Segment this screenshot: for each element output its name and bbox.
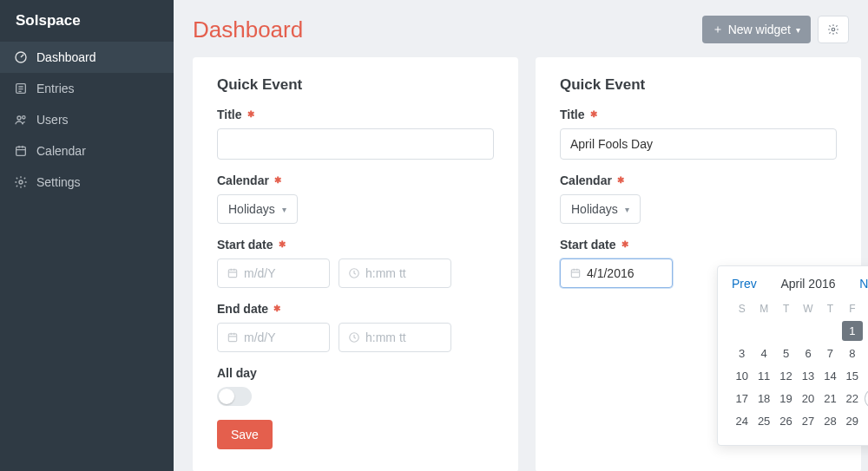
quick-event-card-left: Quick Event Title ✱ Calendar ✱ Holidays [193,57,518,471]
toggle-knob [219,389,234,404]
card-heading: Quick Event [560,76,837,94]
svg-rect-11 [571,270,579,278]
new-widget-button[interactable]: New widget ▾ [702,16,811,43]
gear-icon [14,175,28,189]
chevron-down-icon: ▾ [625,205,629,214]
new-widget-label: New widget [728,23,791,36]
datepicker-day[interactable]: 25 [753,411,773,431]
header-actions: New widget ▾ [702,16,849,43]
end-date-input[interactable]: m/d/Y [217,323,330,352]
end-label-row: End date ✱ [217,302,494,316]
main-content: Dashboard New widget ▾ Quick Event Title [174,0,868,471]
datepicker-day[interactable]: 6 [798,343,818,363]
datepicker-dow: T [820,299,840,318]
sidebar-item-label: Entries [36,82,75,95]
allday-toggle[interactable] [217,387,252,406]
datepicker-day[interactable]: 19 [776,389,796,409]
start-time-value: h:mm tt [365,266,406,280]
datepicker-day[interactable]: 29 [842,411,862,431]
start-time-input[interactable]: h:mm tt [339,258,451,288]
calendar-icon [569,267,582,279]
datepicker-day[interactable]: 18 [753,389,773,409]
calendar-icon [14,144,28,158]
datepicker-day[interactable]: 2 [865,321,868,341]
end-time-input[interactable]: h:mm tt [339,323,451,352]
sidebar-item-dashboard[interactable]: Dashboard [0,42,174,73]
svg-point-2 [17,116,21,120]
datepicker-day[interactable]: 13 [798,366,818,386]
datepicker-day[interactable]: 23 [865,389,868,409]
datepicker-dow: W [798,299,818,318]
datepicker-month-label: April 2016 [780,277,835,291]
datepicker-day[interactable]: 24 [732,411,752,431]
datepicker-grid: SMTWTFS123456789101112131415161718192021… [732,299,868,431]
required-indicator: ✱ [247,110,254,119]
calendar-select-value: Holidays [571,202,618,216]
title-input[interactable] [560,128,837,160]
calendar-label: Calendar [560,173,612,187]
datepicker-day[interactable]: 26 [776,411,796,431]
datepicker-day[interactable]: 1 [842,321,862,341]
calendar-select[interactable]: Holidays ▾ [560,194,641,224]
svg-point-6 [832,28,835,31]
sidebar-item-entries[interactable]: Entries [0,73,174,104]
datepicker-day[interactable]: 30 [865,411,868,431]
required-indicator: ✱ [273,304,280,313]
datepicker-day[interactable]: 20 [798,389,818,409]
datepicker-day[interactable]: 3 [732,343,752,363]
datepicker-day[interactable]: 7 [820,343,840,363]
required-indicator: ✱ [617,176,624,185]
calendar-icon [227,267,239,279]
sidebar-item-users[interactable]: Users [0,104,174,135]
start-date-input[interactable]: 4/1/2016 [560,258,673,288]
title-label: Title [217,108,242,121]
datepicker-dow: S [732,299,752,318]
sidebar-item-label: Settings [36,175,81,189]
sidebar-item-settings[interactable]: Settings [0,167,174,198]
start-date-value: m/d/Y [244,266,276,280]
required-indicator: ✱ [274,176,281,185]
required-indicator: ✱ [590,110,597,119]
datepicker-day[interactable]: 22 [842,389,862,409]
save-button[interactable]: Save [217,420,273,449]
calendar-label-row: Calendar ✱ [217,173,494,187]
datepicker-day[interactable]: 15 [842,366,862,386]
clock-icon [348,267,360,279]
sidebar-item-calendar[interactable]: Calendar [0,135,174,167]
datepicker-dow: S [865,299,868,318]
required-indicator: ✱ [279,240,286,249]
datepicker-day[interactable]: 27 [798,411,818,431]
svg-rect-4 [16,147,26,155]
allday-label: All day [217,366,257,380]
end-date-value: m/d/Y [244,330,276,344]
datepicker-day[interactable]: 12 [776,366,796,386]
datepicker-dow: M [753,299,773,318]
datepicker-day[interactable]: 8 [842,343,862,363]
datepicker-day[interactable]: 16 [865,366,868,386]
calendar-select[interactable]: Holidays ▾ [217,194,298,224]
datepicker-day[interactable]: 9 [865,343,868,363]
datepicker-day[interactable]: 28 [820,411,840,431]
settings-button[interactable] [818,16,849,43]
title-input[interactable] [217,128,494,160]
end-time-value: h:mm tt [365,330,406,344]
datepicker-dow: T [776,299,796,318]
datepicker-prev[interactable]: Prev [732,277,757,291]
datepicker-dow: F [842,299,862,318]
chevron-down-icon: ▾ [796,25,800,35]
start-label-row: Start date ✱ [217,238,494,252]
sidebar-item-label: Dashboard [36,50,96,64]
start-label-row: Start date ✱ [560,238,837,252]
datepicker-day[interactable]: 4 [753,343,773,363]
title-label-row: Title ✱ [217,108,494,121]
start-date-input[interactable]: m/d/Y [217,258,330,288]
plus-icon [713,24,723,35]
datepicker-day[interactable]: 10 [732,366,752,386]
datepicker-next[interactable]: Next [859,277,868,291]
datepicker-day[interactable]: 17 [732,389,752,409]
datepicker-day[interactable]: 5 [776,343,796,363]
datepicker-day[interactable]: 11 [753,366,773,386]
datepicker-day[interactable]: 14 [820,366,840,386]
start-date-label: Start date [560,238,616,252]
datepicker-day[interactable]: 21 [820,389,840,409]
